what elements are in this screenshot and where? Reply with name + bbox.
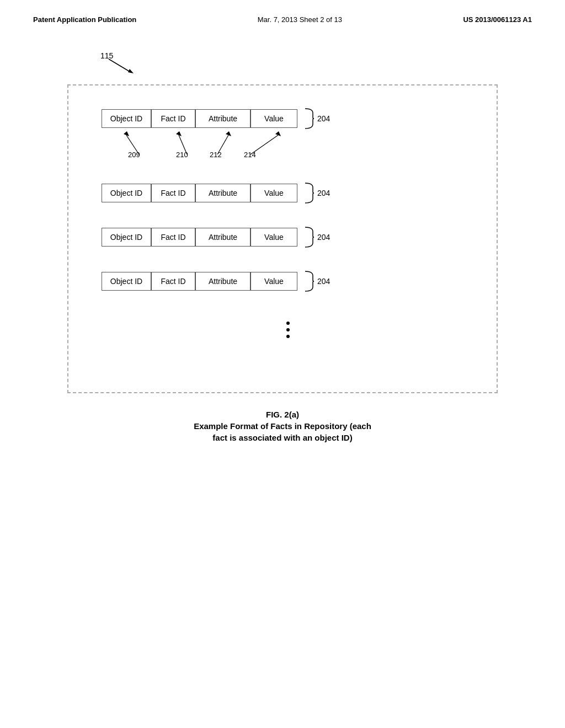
cell-object-id-3: Object ID bbox=[102, 228, 151, 247]
cell-object-id-1: Object ID bbox=[102, 109, 151, 128]
cell-fact-id-3: Fact ID bbox=[151, 228, 195, 247]
cell-value-4: Value bbox=[250, 272, 297, 291]
caption-subtitle-line1: Example Format of Facts in Repository (e… bbox=[194, 421, 371, 431]
dot-3 bbox=[286, 335, 290, 338]
label-212: 212 bbox=[210, 151, 222, 159]
cell-attribute-4: Attribute bbox=[195, 272, 250, 291]
cell-value-2: Value bbox=[250, 184, 297, 202]
ellipsis-indicator bbox=[102, 320, 475, 340]
arrow-115-svg bbox=[98, 57, 142, 73]
main-content: 115 Object ID Fact ID Attribute Value bbox=[0, 35, 565, 442]
cell-object-id-4: Object ID bbox=[102, 272, 151, 291]
dot-2 bbox=[286, 328, 290, 331]
cell-object-id-2: Object ID bbox=[102, 184, 151, 202]
svg-marker-1 bbox=[128, 69, 134, 73]
row-group-3: Object ID Fact ID Attribute Value 204 bbox=[102, 226, 475, 248]
row-group-4: Object ID Fact ID Attribute Value 204 bbox=[102, 270, 475, 292]
cell-attribute-2: Attribute bbox=[195, 184, 250, 202]
fact-row-2: Object ID Fact ID Attribute Value 204 bbox=[102, 182, 475, 204]
curly-brace-1 bbox=[304, 108, 314, 130]
figure-caption: FIG. 2(a) Example Format of Facts in Rep… bbox=[194, 410, 371, 442]
svg-line-0 bbox=[109, 59, 131, 72]
row-group-2: Object ID Fact ID Attribute Value 204 bbox=[102, 182, 475, 204]
fact-row-4: Object ID Fact ID Attribute Value 204 bbox=[102, 270, 475, 292]
header-center: Mar. 7, 2013 Sheet 2 of 13 bbox=[258, 15, 342, 24]
header-left: Patent Application Publication bbox=[33, 15, 136, 24]
label-214: 214 bbox=[244, 151, 256, 159]
cell-attribute-1: Attribute bbox=[195, 109, 250, 128]
brace-label-4: 204 bbox=[304, 270, 330, 292]
ref-204-4: 204 bbox=[317, 277, 330, 286]
ref-204-2: 204 bbox=[317, 189, 330, 197]
curly-brace-3 bbox=[304, 226, 314, 248]
outer-dashed-box: Object ID Fact ID Attribute Value 204 bbox=[67, 84, 498, 393]
cell-attribute-3: Attribute bbox=[195, 228, 250, 247]
curly-brace-2 bbox=[304, 182, 314, 204]
annotation-area-1: 209 210 212 214 bbox=[102, 130, 355, 160]
brace-label-2: 204 bbox=[304, 182, 330, 204]
curly-brace-4 bbox=[304, 270, 314, 292]
page-header: Patent Application Publication Mar. 7, 2… bbox=[0, 0, 565, 35]
cell-fact-id-1: Fact ID bbox=[151, 109, 195, 128]
dot-1 bbox=[286, 322, 290, 325]
label-210: 210 bbox=[176, 151, 188, 159]
fact-row-1: Object ID Fact ID Attribute Value 204 bbox=[102, 108, 475, 130]
label-209: 209 bbox=[128, 151, 140, 159]
ref-204-3: 204 bbox=[317, 233, 330, 242]
fact-row-3: Object ID Fact ID Attribute Value 204 bbox=[102, 226, 475, 248]
ref-204-1: 204 bbox=[317, 114, 330, 123]
row-group-1: Object ID Fact ID Attribute Value 204 bbox=[102, 108, 475, 160]
diagram-area: 115 Object ID Fact ID Attribute Value bbox=[67, 51, 498, 393]
cell-value-1: Value bbox=[250, 109, 297, 128]
header-right: US 2013/0061123 A1 bbox=[463, 15, 532, 24]
caption-title: FIG. 2(a) bbox=[194, 410, 371, 419]
brace-label-1: 204 bbox=[304, 108, 330, 130]
cell-value-3: Value bbox=[250, 228, 297, 247]
cell-fact-id-2: Fact ID bbox=[151, 184, 195, 202]
brace-label-3: 204 bbox=[304, 226, 330, 248]
caption-subtitle-line2: fact is associated with an object ID) bbox=[194, 433, 371, 442]
cell-fact-id-4: Fact ID bbox=[151, 272, 195, 291]
